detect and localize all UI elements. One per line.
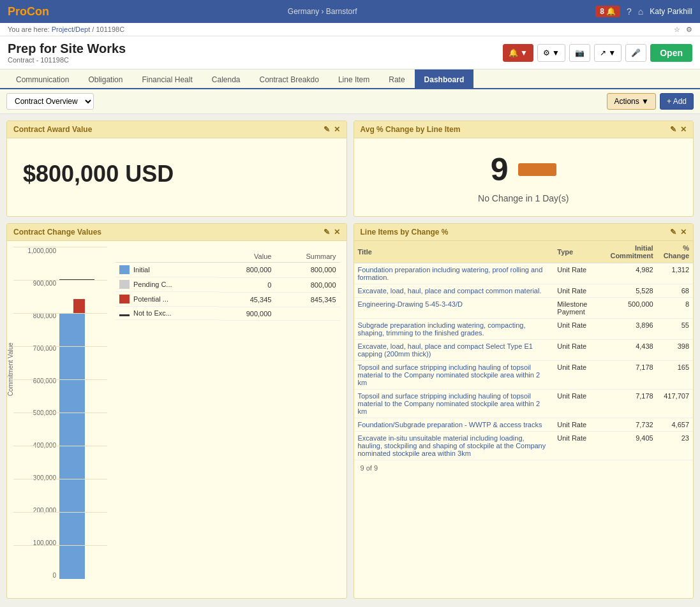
close-icon[interactable]: [334, 228, 340, 237]
chart-area: Commitment Value 1,000,000 900,000 800,0…: [13, 247, 109, 592]
tab-communication[interactable]: Communication: [6, 69, 78, 89]
bar-potential: [73, 299, 85, 314]
cell-title: Topsoil and surface stripping including …: [354, 390, 554, 418]
tab-calendar[interactable]: Calenda: [202, 69, 250, 89]
widget-line-items-controls: [670, 228, 687, 237]
edit-icon[interactable]: [324, 228, 330, 237]
close-icon[interactable]: [680, 125, 687, 134]
table-row[interactable]: Engineering-Drawing 5-45-3-43/D Mileston…: [354, 298, 694, 319]
cell-type: Unit Rate: [553, 319, 600, 340]
cell-commitment: 7,178: [600, 390, 657, 418]
tab-contract-breakdown[interactable]: Contract Breakdo: [250, 69, 329, 89]
cell-title: Excavate in-situ unsuitable material inc…: [354, 432, 554, 460]
star-icon[interactable]: ☆: [674, 26, 680, 33]
bell-icon: 🔔: [606, 7, 616, 16]
caret-icon: ▼: [641, 97, 649, 106]
add-button[interactable]: + Add: [660, 93, 694, 110]
notification-badge[interactable]: 8 🔔: [595, 6, 620, 17]
legend-row-nottoexceed: Not to Exc... 900,000: [115, 307, 340, 320]
edit-icon[interactable]: [670, 125, 676, 134]
legend-color-nte: [119, 314, 130, 316]
open-button[interactable]: Open: [650, 44, 692, 62]
tab-bar: Communication Obligation Financial Healt…: [0, 69, 700, 89]
bar-initial: [59, 314, 85, 579]
cell-commitment: 7,178: [600, 361, 657, 390]
widget-award-body: $800,000 USD: [7, 138, 346, 210]
widget-change-values: Contract Change Values Commitment Value …: [6, 223, 347, 599]
view-dropdown[interactable]: Contract Overview: [6, 93, 94, 110]
title-area: Prep for Site Works Contract - 101198C: [8, 41, 126, 64]
legend-col-value: Value: [219, 251, 276, 263]
widget-award-controls: [324, 125, 340, 134]
page-subtitle: Contract - 101198C: [8, 56, 126, 64]
cell-type: Unit Rate: [553, 418, 600, 432]
line-items-table: Title Type Initial Commitment % Change F…: [354, 241, 694, 460]
cell-commitment: 9,405: [600, 432, 657, 460]
widget-avg-header: Avg % Change by Line Item: [354, 121, 694, 138]
mic-button[interactable]: 🎤: [625, 44, 646, 62]
close-icon[interactable]: [334, 125, 340, 134]
cell-commitment: 4,438: [600, 340, 657, 361]
cell-type: Unit Rate: [553, 432, 600, 460]
table-row[interactable]: Excavate, load, haul, place and compact …: [354, 284, 694, 298]
cell-title: Subgrade preparation including watering,…: [354, 319, 554, 340]
cell-commitment: 7,732: [600, 418, 657, 432]
table-row[interactable]: Excavate, load, haul, place and compact …: [354, 340, 694, 361]
table-header-row: Title Type Initial Commitment % Change: [354, 241, 694, 263]
widget-avg-controls: [670, 125, 687, 134]
table-row[interactable]: Subgrade preparation including watering,…: [354, 319, 694, 340]
col-title: Title: [354, 241, 554, 263]
cell-title: Engineering-Drawing 5-45-3-43/D: [354, 298, 554, 319]
y-axis: 1,000,000 900,000 800,000 700,000 600,00…: [21, 247, 56, 579]
help-icon[interactable]: ?: [627, 6, 632, 17]
gridline: [13, 313, 107, 314]
widget-award-header: Contract Award Value: [7, 121, 346, 138]
cell-type: Unit Rate: [553, 263, 600, 284]
table-row[interactable]: Foundation/Subgrade preparation - WWTP &…: [354, 418, 694, 432]
main-content: Contract Award Value $800,000 USD Avg % …: [0, 114, 700, 605]
pagination: 9 of 9: [354, 460, 694, 476]
widget-change-controls: [324, 228, 340, 237]
table-row[interactable]: Topsoil and surface stripping including …: [354, 361, 694, 390]
export-button[interactable]: ↗ ▼: [594, 44, 622, 62]
edit-icon[interactable]: [324, 125, 330, 134]
gridline: [13, 512, 107, 513]
breadcrumb-link-project[interactable]: Project/Dept: [52, 26, 91, 33]
legend-row-initial: Initial 800,000 800,000: [115, 263, 340, 278]
actions-button[interactable]: Actions ▼: [607, 93, 656, 110]
table-row[interactable]: Foundation preparation including waterin…: [354, 263, 694, 284]
tab-obligation[interactable]: Obligation: [78, 69, 132, 89]
camera-button[interactable]: 📷: [569, 44, 590, 62]
edit-icon[interactable]: [670, 228, 676, 237]
home-icon[interactable]: ⌂: [638, 6, 643, 17]
alert-button[interactable]: 🔔 ▼: [503, 44, 533, 62]
bar-chart: [59, 247, 104, 579]
tab-line-item[interactable]: Line Item: [329, 69, 379, 89]
page-title: Prep for Site Works: [8, 41, 126, 56]
cell-commitment: 4,982: [600, 263, 657, 284]
cell-type: Unit Rate: [553, 361, 600, 390]
gridline: [13, 280, 107, 281]
widget-avg-change: Avg % Change by Line Item 9 No Change in…: [354, 121, 694, 217]
tab-financial-health[interactable]: Financial Healt: [132, 69, 202, 89]
gear-button[interactable]: ⚙ ▼: [537, 44, 565, 62]
legend-color-initial: [119, 265, 130, 274]
cell-title: Foundation/Subgrade preparation - WWTP &…: [354, 418, 554, 432]
logo-text-con: Con: [27, 5, 49, 18]
cell-change: 68: [657, 284, 693, 298]
y-axis-label: Commitment Value: [7, 342, 14, 396]
tab-rate[interactable]: Rate: [379, 69, 414, 89]
user-name: Katy Parkhill: [650, 7, 692, 16]
tab-dashboard[interactable]: Dashboard: [415, 69, 474, 89]
table-row[interactable]: Topsoil and surface stripping including …: [354, 390, 694, 418]
table-row[interactable]: Excavate in-situ unsuitable material inc…: [354, 432, 694, 460]
cell-change: 55: [657, 319, 693, 340]
close-icon[interactable]: [680, 228, 687, 237]
settings-icon[interactable]: ⚙: [686, 26, 692, 33]
col-commitment: Initial Commitment: [600, 241, 657, 263]
legend-color-pending: [119, 280, 130, 289]
app-logo[interactable]: ProCon: [8, 5, 49, 18]
widget-line-items: Line Items by Change % Title Type Initia…: [354, 223, 694, 599]
cell-change: 165: [657, 361, 693, 390]
cell-commitment: 5,528: [600, 284, 657, 298]
